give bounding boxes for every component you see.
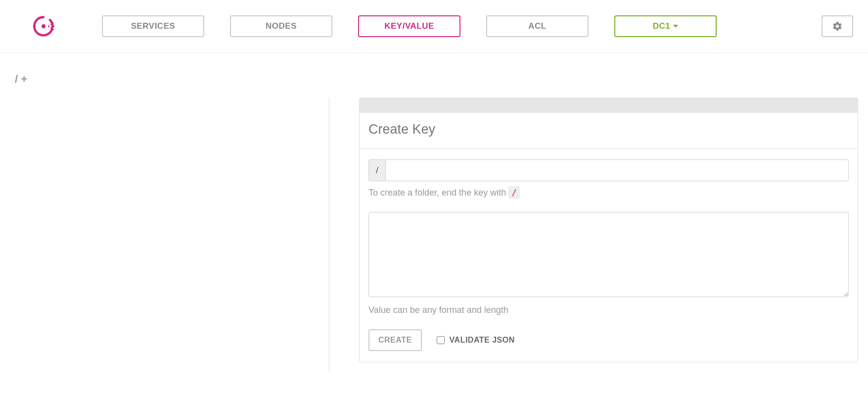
svg-point-6 [52, 29, 54, 31]
nav-datacenter-dropdown[interactable]: DC1 [614, 15, 717, 37]
key-help-text: To create a folder, end the key with / [368, 187, 849, 198]
panel-header-bar [360, 98, 858, 113]
top-nav: SERVICES NODES KEY/VALUE ACL DC1 [0, 0, 868, 53]
nav-nodes[interactable]: NODES [230, 15, 332, 37]
panel-actions: CREATE VALIDATE JSON [368, 329, 849, 351]
nav-acl[interactable]: ACL [486, 15, 589, 37]
validate-json-checkbox[interactable] [437, 336, 445, 344]
right-pane: Create Key / To create a folder, end the… [329, 53, 868, 372]
svg-point-1 [48, 25, 50, 27]
svg-point-5 [53, 26, 54, 27]
create-key-panel: Create Key / To create a folder, end the… [359, 98, 858, 362]
key-input-group: / [368, 159, 849, 181]
nav-services[interactable]: SERVICES [102, 15, 204, 37]
panel-title: Create Key [360, 113, 858, 149]
key-input[interactable] [385, 159, 849, 181]
value-help-text: Value can be any format and length [368, 305, 849, 315]
breadcrumb-add-icon[interactable]: + [21, 73, 27, 85]
svg-point-4 [52, 22, 54, 24]
create-button[interactable]: CREATE [368, 329, 422, 351]
datacenter-label: DC1 [653, 21, 671, 31]
settings-button[interactable] [822, 15, 853, 37]
key-help-prefix: To create a folder, end the key with [368, 188, 508, 198]
panel-body: / To create a folder, end the key with /… [360, 149, 858, 362]
validate-json-text: VALIDATE JSON [450, 336, 515, 345]
svg-point-2 [50, 24, 52, 25]
svg-point-3 [50, 27, 52, 29]
consul-logo [32, 15, 55, 38]
key-help-code: / [508, 186, 520, 199]
breadcrumb: / + [15, 73, 314, 86]
chevron-down-icon [673, 25, 678, 28]
breadcrumb-root[interactable]: / [15, 73, 18, 85]
nav-keyvalue[interactable]: KEY/VALUE [358, 15, 460, 37]
value-textarea[interactable] [368, 212, 849, 297]
left-pane: / + [0, 53, 329, 372]
gear-icon [832, 21, 843, 32]
validate-json-label[interactable]: VALIDATE JSON [437, 336, 515, 345]
key-prefix-label: / [368, 159, 385, 181]
svg-point-0 [42, 24, 46, 28]
content-area: / + Create Key / To create a folder, end… [0, 53, 868, 372]
